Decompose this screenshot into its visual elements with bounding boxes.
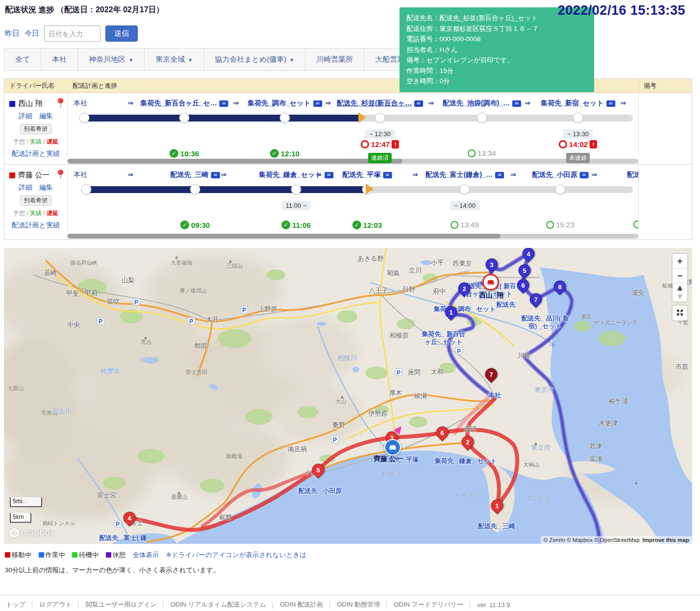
- show-all-link[interactable]: 全体表示: [133, 551, 159, 560]
- time-color-legend: 予想 / 実績 / 遅延: [13, 209, 58, 218]
- mail-icon[interactable]: ✉: [211, 172, 220, 178]
- mail-icon[interactable]: ✉: [220, 100, 228, 107]
- mail-icon[interactable]: ✉: [495, 172, 504, 178]
- stop-label: 配送先_小田原: [532, 171, 577, 179]
- stop-link[interactable]: 配送先_富士(鎌倉)_…✉: [425, 171, 504, 179]
- detail-link[interactable]: 詳細: [19, 183, 32, 192]
- progress-node: [291, 184, 301, 195]
- footer-separator: │: [30, 601, 34, 609]
- stop-link[interactable]: 集荷先_新百合ヶ丘_セ…✉: [140, 99, 228, 108]
- pending-circle-icon: [546, 221, 554, 229]
- marker-number: 7: [486, 369, 497, 380]
- mail-icon[interactable]: ✉: [325, 172, 333, 178]
- date-controls: 昨日 今日 送信: [5, 25, 138, 42]
- tab-全て[interactable]: 全て: [4, 48, 41, 71]
- arrival-request-badge: 到着希望: [20, 124, 51, 134]
- stop-link[interactable]: 集荷先_新宿_セット✉: [541, 99, 615, 108]
- stop-link[interactable]: 配送先_三崎✉: [171, 171, 220, 179]
- stop-link[interactable]: 配送先: [627, 171, 638, 179]
- footer-link[interactable]: ODIN リアルタイム配送システム: [171, 600, 266, 609]
- legend-color-square: [106, 552, 111, 558]
- stop-link[interactable]: 集荷先_調布_セット✉: [248, 99, 322, 108]
- tab-神奈川地区[interactable]: 神奈川地区▼: [77, 48, 144, 71]
- arrival-request-badge: 到着希望: [20, 196, 51, 206]
- timeline-scrollbar[interactable]: [68, 234, 638, 239]
- scrollbar-thumb[interactable]: [68, 159, 402, 164]
- contact-status-badge: 連絡済: [368, 153, 392, 163]
- driver-vehicle-icon[interactable]: [482, 274, 499, 291]
- detail-link[interactable]: 詳細: [19, 112, 32, 121]
- stop-time: [633, 220, 638, 228]
- edit-link[interactable]: 編集: [39, 112, 53, 121]
- footer-separator: │: [328, 601, 332, 609]
- tab-協力会社まとめ(傭車)[interactable]: 協力会社まとめ(傭車)▼: [203, 48, 305, 71]
- map-pin-icon[interactable]: [58, 98, 63, 103]
- progress-fill: [81, 115, 360, 122]
- plan-results-link[interactable]: 配送計画と実績: [12, 149, 60, 158]
- stop-link[interactable]: 配送先_杉並(新百合ヶ…✉: [337, 99, 423, 108]
- yesterday-link[interactable]: 昨日: [5, 29, 20, 38]
- footer-link[interactable]: ODIN フードデリバリー: [394, 600, 463, 609]
- edit-link[interactable]: 編集: [39, 183, 53, 192]
- tab-川崎営業所[interactable]: 川崎営業所: [305, 48, 364, 71]
- actual-label: 実績: [30, 138, 42, 145]
- mail-icon[interactable]: ✉: [383, 172, 392, 178]
- stop-time: ✓10:36: [170, 149, 199, 158]
- tab-label: 神奈川地区: [89, 55, 125, 63]
- submit-button[interactable]: 送信: [105, 25, 138, 42]
- current-position-arrow: [366, 184, 374, 195]
- marker-number: 4: [124, 513, 135, 524]
- timeline-cell: 本社⇒⇒⇒⇒⇒⇒配送先_三崎✉集荷先_鎌倉_セット✉配送先_平塚✉配送先_富士(…: [68, 165, 638, 239]
- zoom-out-button[interactable]: −: [673, 269, 687, 283]
- tab-label: 全て: [15, 55, 30, 63]
- mail-icon[interactable]: ✉: [414, 100, 423, 107]
- chevron-down-icon: ▼: [188, 57, 193, 63]
- driver-name: 西山 翔: [7, 99, 42, 108]
- tab-東京全域[interactable]: 東京全域▼: [144, 48, 203, 71]
- compass-button[interactable]: ▲▼: [673, 283, 687, 298]
- mail-icon[interactable]: ✉: [512, 100, 521, 107]
- stop-link[interactable]: 配送先_池袋(調布)_…✉: [443, 99, 521, 108]
- progress-node: [79, 113, 90, 123]
- fullscreen-button[interactable]: [673, 306, 687, 320]
- stop-link[interactable]: 集荷先_鎌倉_セット✉: [259, 171, 333, 179]
- timeline-scrollbar[interactable]: [68, 159, 638, 164]
- progress-node: [460, 184, 470, 195]
- driver-links: 詳細編集: [19, 183, 53, 192]
- footer-link[interactable]: ODIN 動態管理: [337, 600, 380, 609]
- footer-link[interactable]: 閲覧ユーザー用ログイン: [86, 600, 157, 609]
- stop-link[interactable]: 配送先_小田原✉: [532, 171, 589, 179]
- tooltip-line: 電話番号：000-000-0008: [406, 34, 587, 45]
- marker-number: 8: [554, 281, 566, 293]
- origin-stop[interactable]: 本社: [74, 99, 87, 108]
- mapbox-logo: mapbox: [10, 528, 55, 538]
- alert-icon: !: [392, 140, 399, 148]
- today-link[interactable]: 今日: [25, 29, 39, 38]
- time-text: 12:10: [281, 149, 300, 158]
- arrival-window-badge: 11:00 ~: [282, 201, 311, 210]
- progress-node: [375, 113, 385, 123]
- zoom-in-button[interactable]: +: [673, 254, 687, 269]
- stop-time: 13:49: [450, 220, 479, 229]
- date-input[interactable]: [44, 25, 100, 42]
- tab-本社[interactable]: 本社: [41, 48, 77, 71]
- driver-vehicle-icon[interactable]: [384, 439, 401, 456]
- mail-icon[interactable]: ✉: [606, 100, 615, 107]
- map-pin-icon[interactable]: [58, 170, 63, 175]
- map-canvas[interactable]: 韮崎御岳昇仙峡山梨甲斐甲府笛吹中央大菩薩嶺雁ノ腹摺山三頭山上野原大月都留黒岳富士…: [4, 248, 692, 544]
- tab-label: 本社: [52, 55, 67, 63]
- check-icon: ✓: [352, 220, 361, 229]
- legend-item: 休憩: [106, 551, 126, 560]
- footer-link[interactable]: トップ: [6, 600, 25, 609]
- scrollbar-thumb[interactable]: [68, 234, 500, 239]
- improve-map-link[interactable]: Improve this map: [643, 537, 689, 543]
- footer-link[interactable]: ODIN 配送計画: [280, 600, 323, 609]
- stop-link[interactable]: 配送先_平塚✉: [343, 171, 392, 179]
- mail-icon[interactable]: ✉: [313, 100, 322, 107]
- origin-stop[interactable]: 本社: [74, 171, 87, 179]
- plan-results-link[interactable]: 配送計画と実績: [12, 221, 60, 230]
- footer-link[interactable]: ログアウト: [39, 600, 72, 609]
- arrow-separator: ⇒: [233, 99, 239, 107]
- car-glyph: [486, 277, 496, 287]
- mail-icon[interactable]: ✉: [579, 172, 588, 178]
